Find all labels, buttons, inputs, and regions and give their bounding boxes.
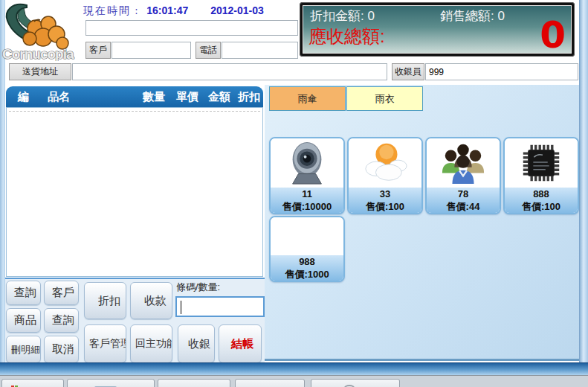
product-price: 售價:44 [427, 200, 500, 213]
col-name: 品名 [48, 90, 70, 104]
product-price: 售價:100 [349, 200, 421, 213]
product-id: 33 [349, 188, 421, 200]
product-price: 售價:1000 [271, 268, 343, 281]
product-card[interactable]: 888 售價:100 [503, 137, 579, 214]
product-card[interactable]: 33 售價:100 [347, 137, 423, 214]
product-id: 78 [427, 188, 500, 200]
query-button-1[interactable]: 查詢 [6, 281, 41, 305]
taskbar[interactable] [0, 375, 588, 387]
product-panel: 雨傘 雨衣 11 售價:10000 [265, 85, 579, 361]
barcode-qty-label: 條碼/數量: [176, 281, 220, 294]
amount-due-value: 0 [540, 13, 566, 57]
taskbar-button[interactable] [235, 379, 305, 387]
tab-label: 雨衣 [375, 92, 395, 106]
clock: 現在時間 : 16:01:47 2012-01-03 [83, 4, 306, 18]
logo-text: Cornucopia [2, 46, 74, 61]
phone-input[interactable] [222, 42, 298, 59]
window-bottom-bar [0, 362, 588, 375]
taskbar-button[interactable] [1, 379, 64, 387]
product-caption: 11 售價:10000 [271, 188, 343, 214]
product-id: 888 [505, 188, 578, 200]
product-id: 11 [271, 188, 343, 200]
discount-button[interactable]: 折扣 [84, 282, 126, 319]
date-value: 2012-01-03 [210, 4, 264, 16]
sales-total-label: 銷售總額: [440, 9, 494, 23]
cancel-button[interactable]: 取消 [44, 336, 79, 363]
customer-management-button[interactable]: 客戶管理 [84, 324, 126, 363]
cashier-label: 收銀員 [392, 63, 424, 80]
item-table-header: 編 品名 數量 單價 金額 折扣 [6, 86, 263, 107]
query-button-2[interactable]: 查詢 [44, 308, 79, 333]
discount-amount-value: 0 [367, 9, 374, 23]
cornucopia-logo: Cornucopia [1, 1, 80, 61]
tab-label: 雨傘 [298, 92, 317, 106]
customer-input[interactable] [112, 42, 191, 59]
time-label: 現在時間 : [83, 5, 139, 16]
time-value: 16:01:47 [146, 4, 188, 16]
item-list[interactable] [6, 107, 263, 277]
col-id: 編 [18, 90, 29, 104]
product-price: 售價:10000 [271, 200, 343, 213]
delivery-address-input[interactable] [72, 63, 387, 80]
product-button[interactable]: 商品 [6, 308, 41, 333]
tab-umbrella[interactable]: 雨傘 [269, 86, 346, 111]
product-card[interactable]: 11 售價:10000 [269, 137, 345, 214]
product-price: 售價:100 [505, 200, 578, 213]
chip-icon [518, 140, 564, 186]
cashier-input[interactable] [425, 63, 578, 80]
customer-label: 客戶 [85, 42, 111, 59]
product-caption: 888 售價:100 [505, 188, 578, 214]
totals-display: 折扣金額: 0 銷售總額: 0 應收總額: 0 [300, 2, 575, 57]
taskbar-button[interactable] [311, 379, 400, 387]
main-menu-button[interactable]: 回主功能 [130, 324, 172, 363]
cash-button[interactable]: 收銀 [178, 324, 215, 363]
tab-raincoat[interactable]: 雨衣 [346, 86, 423, 111]
checkout-button[interactable]: 結帳 [219, 324, 262, 363]
col-unit: 單價 [176, 90, 198, 104]
people-group-icon [440, 140, 486, 186]
col-discount: 折扣 [238, 90, 260, 104]
barcode-qty-input[interactable] [175, 296, 265, 317]
product-caption: 988 售價:1000 [271, 255, 343, 282]
taskbar-button[interactable] [67, 379, 155, 387]
text-caret [181, 301, 181, 314]
note-input[interactable] [85, 20, 298, 36]
product-caption: 78 售價:44 [427, 188, 500, 214]
payment-button[interactable]: 收款 [130, 282, 172, 319]
window-right-scroll-strip[interactable] [579, 0, 588, 375]
product-id: 988 [271, 255, 343, 268]
sales-total-value: 0 [497, 9, 504, 23]
grid-line [9, 111, 260, 112]
blank-product-image [271, 217, 343, 255]
pos-window: Cornucopia 現在時間 : 16:01:47 2012-01-03 客戶… [0, 0, 588, 387]
product-caption: 33 售價:100 [349, 188, 421, 214]
customer-button[interactable]: 客戶 [44, 281, 79, 305]
col-amount: 金額 [208, 90, 230, 104]
delete-item-button[interactable]: 刪明細 [6, 336, 41, 363]
col-qty: 數量 [143, 90, 165, 104]
webcam-icon [284, 140, 330, 186]
weather-sun-cloud-icon [362, 140, 408, 186]
amount-due-label: 應收總額: [308, 25, 385, 48]
taskbar-button[interactable] [158, 379, 230, 387]
discount-amount-label: 折扣金額: [310, 9, 364, 23]
product-card[interactable]: 78 售價:44 [425, 137, 501, 214]
delivery-address-label: 送貨地址 [9, 63, 71, 80]
phone-label: 電話 [196, 42, 221, 59]
product-card[interactable]: 988 售價:1000 [269, 216, 345, 282]
